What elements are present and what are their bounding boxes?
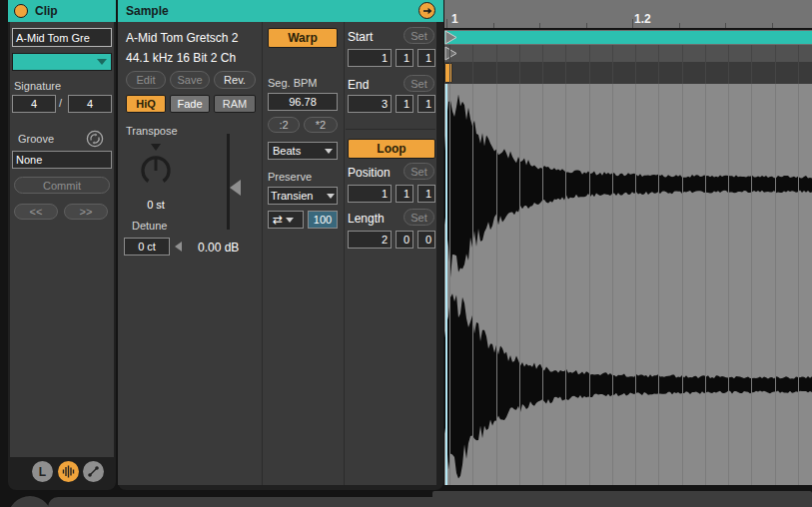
warp-mode-select[interactable]: Beats: [268, 142, 338, 160]
position-bars-field[interactable]: 1: [348, 185, 392, 203]
gridline: [728, 62, 729, 84]
clip-activator-icon[interactable]: [14, 4, 28, 18]
gridline: [542, 45, 543, 62]
start-marker-row: [444, 45, 812, 62]
position-set-button[interactable]: Set: [404, 163, 434, 180]
end-bars-field[interactable]: 3: [348, 95, 392, 113]
transpose-label: Transpose: [126, 125, 178, 137]
gridline: [589, 62, 590, 84]
detune-decrement-icon[interactable]: [175, 242, 182, 252]
hiq-button[interactable]: HiQ: [126, 95, 166, 113]
bpm-double-button[interactable]: *2: [304, 117, 338, 133]
waveform-icon: [62, 465, 75, 478]
launch-letter-icon: L: [39, 465, 46, 479]
position-sixteenths-field[interactable]: 1: [417, 185, 435, 203]
gridline: [519, 62, 520, 84]
signature-numerator-field[interactable]: 4: [12, 95, 56, 113]
ram-button[interactable]: RAM: [214, 95, 256, 113]
ruler-tick: [725, 23, 726, 28]
gain-slider-handle[interactable]: [230, 180, 241, 196]
loop-start-marker-icon[interactable]: [444, 30, 458, 45]
end-sixteenths-field[interactable]: 1: [417, 95, 435, 113]
end-set-button[interactable]: Set: [404, 75, 434, 92]
sample-panel-header[interactable]: Sample: [118, 0, 443, 22]
clip-panel-title: Clip: [35, 4, 58, 18]
bpm-half-button[interactable]: :2: [268, 117, 300, 133]
commit-button[interactable]: Commit: [14, 177, 110, 194]
transpose-knob[interactable]: [134, 141, 178, 193]
detune-field[interactable]: 0 ct: [124, 238, 170, 255]
gridline: [798, 45, 799, 62]
gridline: [612, 45, 613, 62]
signature-denominator-field[interactable]: 4: [68, 95, 112, 113]
end-beats-field[interactable]: 1: [396, 95, 413, 113]
save-button[interactable]: Save: [170, 71, 210, 89]
prev-clip-button[interactable]: <<: [14, 204, 58, 220]
signature-label: Signature: [14, 80, 61, 92]
length-set-button[interactable]: Set: [404, 209, 434, 226]
length-sixteenths-field[interactable]: 0: [417, 231, 435, 249]
sample-panel-title: Sample: [126, 4, 169, 18]
gridline: [449, 45, 450, 62]
seg-bpm-label: Seg. BPM: [268, 77, 318, 89]
gridline: [449, 84, 450, 485]
loop-brace[interactable]: [444, 31, 812, 44]
gridline: [519, 84, 520, 485]
clip-start-marker-icon[interactable]: [444, 46, 458, 61]
ruler-label: 1.2: [634, 12, 651, 26]
gridline: [449, 62, 450, 84]
preserve-select[interactable]: Transien: [268, 187, 338, 205]
seg-bpm-field[interactable]: 96.78: [268, 93, 338, 111]
start-sixteenths-field[interactable]: 1: [417, 49, 435, 67]
clip-name-field[interactable]: A-Mid Tom Gre: [12, 28, 112, 47]
length-bars-field[interactable]: 2: [348, 231, 392, 249]
gridline: [612, 84, 613, 485]
waveform-channel: [444, 293, 812, 478]
fade-button[interactable]: Fade: [170, 95, 210, 113]
transient-envelope-field[interactable]: 100: [308, 211, 338, 229]
fold-panel-button[interactable]: [418, 2, 435, 19]
gridline: [798, 84, 799, 485]
transpose-value: 0 st: [134, 199, 178, 211]
loop-swap-icon: ⇄: [273, 213, 283, 227]
start-beats-field[interactable]: 1: [396, 49, 413, 67]
gridline: [705, 62, 706, 84]
groove-refresh-icon[interactable]: [86, 130, 104, 152]
clip-color-chooser[interactable]: [12, 53, 112, 71]
start-label: Start: [348, 30, 373, 44]
next-panel-circle: [8, 496, 52, 507]
warp-button[interactable]: Warp: [268, 28, 338, 48]
position-beats-field[interactable]: 1: [396, 185, 413, 203]
start-bars-field[interactable]: 1: [348, 49, 392, 67]
reverse-button[interactable]: Rev.: [214, 71, 256, 89]
waveform-ruler[interactable]: 11.2: [444, 0, 812, 28]
ruler-tick: [679, 23, 680, 28]
gridline: [589, 45, 590, 62]
ruler-label: 1: [451, 12, 458, 26]
warp-marker-strip: [444, 62, 812, 84]
loop-button[interactable]: Loop: [348, 139, 435, 159]
transient-loop-mode-select[interactable]: ⇄: [268, 211, 304, 229]
gridline: [542, 62, 543, 84]
gridline: [728, 84, 729, 485]
gridline: [658, 45, 659, 62]
warp-marker[interactable]: [444, 63, 452, 83]
waveform-display[interactable]: [444, 84, 812, 485]
gridline: [775, 84, 776, 485]
groove-select[interactable]: None: [12, 151, 112, 169]
start-set-button[interactable]: Set: [404, 27, 434, 44]
sample-box-toggle[interactable]: [58, 461, 79, 482]
launch-box-toggle[interactable]: L: [32, 461, 53, 482]
gridline: [496, 62, 497, 84]
envelope-icon: [87, 465, 100, 478]
edit-button[interactable]: Edit: [126, 71, 166, 89]
chevron-down-icon: [327, 194, 335, 199]
length-beats-field[interactable]: 0: [396, 231, 413, 249]
gridline: [775, 62, 776, 84]
gain-value: 0.00 dB: [198, 241, 239, 254]
sample-panel: Sample A-Mid Tom Gretsch 2 44.1 kHz 16 B…: [118, 0, 443, 490]
next-clip-button[interactable]: >>: [64, 204, 108, 220]
clip-panel-header[interactable]: Clip: [8, 0, 116, 22]
envelopes-box-toggle[interactable]: [83, 461, 104, 482]
gridline: [612, 62, 613, 84]
